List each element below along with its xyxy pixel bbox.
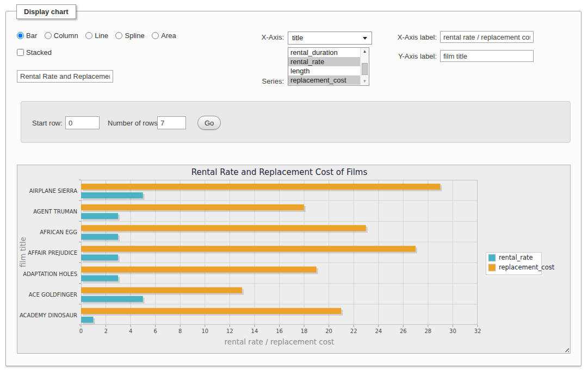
x-axis-title: rental rate / replacement cost (225, 337, 335, 346)
y-axis-title: film title (18, 237, 27, 267)
y-axis-label-input[interactable] (440, 50, 534, 62)
x-tick-label: 6 (154, 328, 157, 334)
panel-legend: Display chart (16, 4, 76, 19)
chart-title: Rental Rate and Replacement Cost of Film… (191, 167, 368, 177)
stacked-row: Stacked (17, 48, 52, 57)
bar-rental_rate-6 (81, 317, 94, 323)
series-option-length[interactable]: length (288, 66, 360, 76)
go-button[interactable]: Go (197, 116, 221, 130)
bar-replacement_cost-4 (81, 267, 317, 273)
x-tick-label: 22 (350, 328, 357, 334)
bar-rental_rate-1 (81, 213, 118, 219)
x-tick-label: 26 (400, 328, 407, 334)
chart-type-spline[interactable]: Spline (115, 32, 144, 40)
bar-replacement_cost-1 (81, 204, 304, 210)
x-tick-label: 2 (104, 328, 107, 334)
bar-rental_rate-3 (81, 254, 118, 260)
bar-rental_rate-4 (81, 275, 118, 281)
x-tick-label: 10 (201, 328, 208, 334)
x-tick-label: 32 (474, 328, 481, 334)
series-option-replacement-cost[interactable]: replacement_cost (288, 76, 360, 85)
x-tick-label: 28 (425, 328, 432, 334)
x-axis-selected-value: title (288, 32, 372, 44)
row-range-bar: Start row: Number of rows: Go (21, 101, 571, 143)
x-tick-label: 24 (375, 328, 382, 334)
y-axis-label-label: Y-Axis label: (388, 52, 437, 60)
start-row-input[interactable] (65, 116, 100, 129)
chart-type-bar[interactable]: Bar (17, 32, 37, 40)
chart-type-line[interactable]: Line (85, 32, 108, 40)
x-tick-label: 18 (301, 328, 308, 334)
category-label: AGENT TRUMAN (33, 209, 77, 215)
scroll-up-icon[interactable]: ▲ (361, 48, 369, 55)
x-tick-label: 12 (226, 328, 233, 334)
series-option-rental-rate[interactable]: rental_rate (288, 57, 360, 66)
category-label: ADAPTATION HOLES (23, 271, 77, 277)
bar-replacement_cost-3 (81, 246, 416, 252)
chart-type-column-radio[interactable] (45, 32, 52, 39)
chart-type-radios: Bar Column Line Spline Area (17, 32, 182, 40)
chart-type-area[interactable]: Area (152, 32, 176, 40)
bar-replacement_cost-2 (81, 225, 366, 231)
chart-svg: AIRPLANE SIERRAAGENT TRUMANAFRICAN EGGAF… (17, 165, 570, 353)
start-row-label: Start row: (32, 119, 63, 127)
num-rows-input[interactable] (157, 116, 186, 129)
category-label: ACADEMY DINOSAUR (20, 312, 77, 318)
x-tick-label: 16 (276, 328, 283, 334)
x-tick-label: 8 (178, 328, 182, 334)
chart-type-area-radio[interactable] (152, 32, 159, 39)
legend-swatch-rental_rate (488, 254, 496, 261)
bar-replacement_cost-0 (81, 184, 440, 190)
bar-rental_rate-0 (81, 192, 143, 198)
display-chart-panel: Display chart Bar Column Line Spline Are… (5, 11, 581, 366)
series-select-label: Series: (255, 77, 284, 85)
x-tick-label: 30 (449, 328, 456, 334)
x-tick-label: 14 (251, 328, 258, 334)
x-tick-label: 20 (325, 328, 332, 334)
scroll-down-icon[interactable]: ▼ (361, 78, 369, 85)
series-listbox[interactable]: rental_duration rental_rate length repla… (288, 47, 369, 86)
category-label: AIRPLANE SIERRA (29, 188, 77, 194)
chart-title-input[interactable] (17, 70, 113, 83)
x-axis-select-label: X-Axis: (255, 33, 284, 41)
bar-replacement_cost-6 (81, 308, 341, 314)
category-label: AFFAIR PREJUDICE (28, 250, 77, 256)
chart-type-line-radio[interactable] (85, 32, 92, 39)
bar-rental_rate-2 (81, 234, 118, 240)
category-label: AFRICAN EGG (40, 229, 77, 235)
x-axis-label-input[interactable] (440, 31, 534, 43)
category-label: ACE GOLDFINGER (29, 292, 77, 298)
series-option-rental-duration[interactable]: rental_duration (288, 48, 360, 57)
x-axis-select[interactable]: title (288, 32, 372, 45)
chevron-down-icon (363, 37, 367, 40)
bar-replacement_cost-5 (81, 287, 242, 293)
chart-legend: rental_ratereplacement_cost (486, 253, 555, 275)
x-tick-label: 4 (129, 328, 132, 334)
num-rows-label: Number of rows: (108, 119, 159, 127)
chart-type-spline-radio[interactable] (115, 32, 122, 39)
legend-label-replacement_cost: replacement_cost (499, 264, 555, 271)
chart-type-column[interactable]: Column (45, 32, 78, 40)
stacked-checkbox[interactable] (17, 49, 24, 56)
listbox-scrollbar[interactable]: ▲ ▼ (360, 48, 369, 85)
x-axis-label-label: X-Axis label: (388, 33, 437, 41)
chart-container: AIRPLANE SIERRAAGENT TRUMANAFRICAN EGGAF… (17, 165, 571, 354)
scrollbar-thumb[interactable] (362, 63, 368, 75)
bar-rental_rate-5 (81, 296, 143, 302)
stacked-label[interactable]: Stacked (17, 48, 52, 57)
legend-swatch-replacement_cost (488, 264, 496, 271)
x-tick-label: 0 (79, 328, 83, 334)
chart-type-bar-radio[interactable] (17, 32, 24, 39)
legend-label-rental_rate: rental_rate (499, 254, 533, 261)
